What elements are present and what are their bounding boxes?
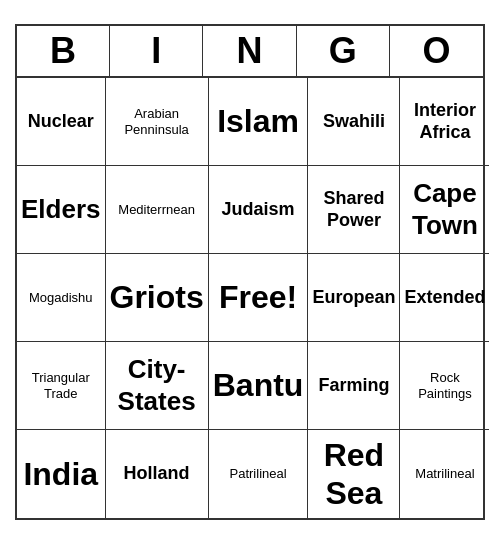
header-letter: O	[390, 26, 483, 76]
bingo-cell: Griots	[106, 254, 209, 342]
bingo-header: BINGO	[17, 26, 483, 78]
bingo-cell: Holland	[106, 430, 209, 518]
bingo-grid: NuclearArabian PenninsulaIslamSwahiliInt…	[17, 78, 483, 518]
bingo-cell: India	[17, 430, 106, 518]
cell-text: Judaism	[222, 199, 295, 221]
cell-text: Elders	[21, 194, 101, 225]
header-letter: N	[203, 26, 296, 76]
bingo-cell: European	[308, 254, 400, 342]
bingo-cell: Matrilineal	[400, 430, 489, 518]
bingo-cell: Islam	[209, 78, 309, 166]
bingo-cell: Mediterrnean	[106, 166, 209, 254]
bingo-cell: Farming	[308, 342, 400, 430]
bingo-cell: Triangular Trade	[17, 342, 106, 430]
bingo-cell: Interior Africa	[400, 78, 489, 166]
header-letter: G	[297, 26, 390, 76]
bingo-cell: Free!	[209, 254, 309, 342]
cell-text: Triangular Trade	[21, 370, 101, 401]
cell-text: Holland	[124, 463, 190, 485]
cell-text: Griots	[110, 278, 204, 316]
cell-text: Red Sea	[312, 436, 395, 513]
cell-text: City-States	[110, 354, 204, 416]
bingo-cell: Rock Paintings	[400, 342, 489, 430]
cell-text: Arabian Penninsula	[110, 106, 204, 137]
bingo-cell: Elders	[17, 166, 106, 254]
cell-text: Swahili	[323, 111, 385, 133]
bingo-cell: Cape Town	[400, 166, 489, 254]
bingo-cell: Mogadishu	[17, 254, 106, 342]
bingo-cell: Nuclear	[17, 78, 106, 166]
cell-text: Shared Power	[312, 188, 395, 231]
bingo-cell: Red Sea	[308, 430, 400, 518]
header-letter: B	[17, 26, 110, 76]
cell-text: Islam	[217, 102, 299, 140]
bingo-card: BINGO NuclearArabian PenninsulaIslamSwah…	[15, 24, 485, 520]
bingo-cell: Patrilineal	[209, 430, 309, 518]
cell-text: Rock Paintings	[404, 370, 485, 401]
cell-text: Matrilineal	[415, 466, 474, 482]
cell-text: Interior Africa	[404, 100, 485, 143]
bingo-cell: Bantu	[209, 342, 309, 430]
cell-text: Mogadishu	[29, 290, 93, 306]
bingo-cell: Judaism	[209, 166, 309, 254]
cell-text: Patrilineal	[230, 466, 287, 482]
bingo-cell: Extended	[400, 254, 489, 342]
cell-text: Nuclear	[28, 111, 94, 133]
header-letter: I	[110, 26, 203, 76]
bingo-cell: Shared Power	[308, 166, 400, 254]
cell-text: Cape Town	[404, 178, 485, 240]
bingo-cell: City-States	[106, 342, 209, 430]
cell-text: India	[23, 455, 98, 493]
cell-text: Extended	[404, 287, 485, 309]
cell-text: Free!	[219, 278, 297, 316]
cell-text: Farming	[318, 375, 389, 397]
bingo-cell: Swahili	[308, 78, 400, 166]
cell-text: Bantu	[213, 366, 304, 404]
cell-text: European	[312, 287, 395, 309]
cell-text: Mediterrnean	[118, 202, 195, 218]
bingo-cell: Arabian Penninsula	[106, 78, 209, 166]
